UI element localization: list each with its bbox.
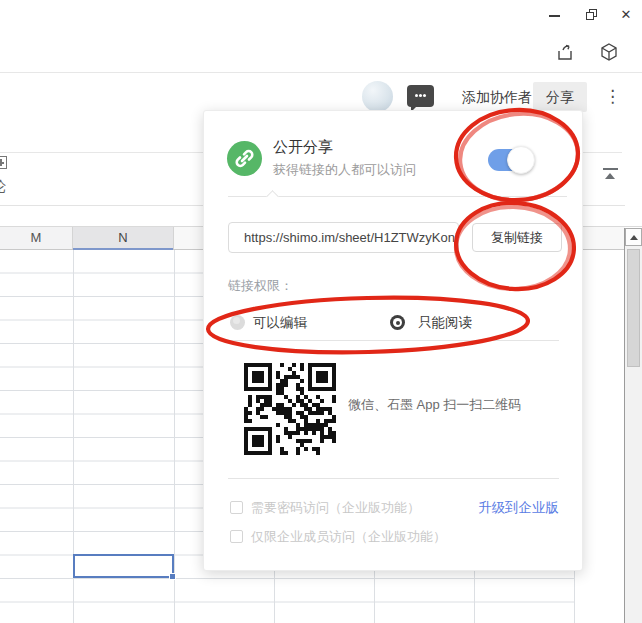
qr-caption: 微信、石墨 App 扫一扫二维码 bbox=[348, 396, 521, 414]
permission-radio-group: 可以编辑 只能阅读 bbox=[204, 315, 582, 331]
user-avatar[interactable] bbox=[362, 81, 393, 112]
radio-read-only[interactable] bbox=[390, 315, 405, 330]
minimize-button-icon[interactable] bbox=[546, 6, 564, 24]
divider-caret bbox=[266, 190, 279, 203]
qr-section-divider bbox=[228, 478, 559, 479]
qr-code bbox=[244, 363, 336, 455]
members-only-label: 仅限企业成员访问（企业版功能） bbox=[251, 529, 446, 545]
password-access-label: 需要密码访问（企业版功能） bbox=[251, 500, 420, 516]
scrollbar-thumb[interactable] bbox=[627, 249, 640, 367]
dialog-title: 公开分享 bbox=[273, 138, 333, 157]
comment-label-fragment[interactable]: 论 bbox=[0, 178, 6, 196]
link-permission-label: 链接权限： bbox=[228, 277, 293, 295]
restore-window-button-icon[interactable] bbox=[582, 6, 600, 24]
cube-icon[interactable] bbox=[599, 42, 619, 62]
scrollbar-up-arrow[interactable] bbox=[625, 228, 642, 246]
more-menu-icon[interactable]: ⋮ bbox=[604, 84, 620, 110]
dialog-subtitle: 获得链接的人都可以访问 bbox=[273, 161, 416, 179]
add-collaborator-button[interactable]: 添加协作者 bbox=[462, 82, 532, 112]
radio-read-only-label[interactable]: 只能阅读 bbox=[418, 315, 472, 331]
header-divider bbox=[228, 196, 567, 197]
collapse-toolbar-icon[interactable] bbox=[601, 165, 621, 185]
fill-handle[interactable] bbox=[169, 573, 176, 580]
insert-icon-fragment[interactable] bbox=[0, 156, 7, 169]
close-button-icon[interactable]: ✕ bbox=[617, 6, 635, 24]
export-share-icon[interactable] bbox=[555, 42, 575, 62]
radio-section-divider bbox=[228, 340, 559, 341]
copy-link-button[interactable]: 复制链接 bbox=[472, 223, 562, 252]
comments-icon[interactable] bbox=[407, 85, 434, 107]
column-header-m[interactable]: M bbox=[0, 227, 73, 249]
share-url-input[interactable]: https://shimo.im/sheet/H1ZTWzyKonUr bbox=[228, 222, 459, 253]
members-only-row: 仅限企业成员访问（企业版功能） bbox=[204, 529, 582, 545]
upgrade-enterprise-link[interactable]: 升级到企业版 bbox=[478, 500, 559, 516]
public-link-icon bbox=[227, 141, 262, 176]
public-share-toggle[interactable] bbox=[488, 149, 526, 171]
radio-can-edit-label[interactable]: 可以编辑 bbox=[253, 315, 307, 331]
toolbar-top-border bbox=[0, 72, 642, 73]
password-access-row: 需要密码访问（企业版功能） 升级到企业版 bbox=[204, 500, 582, 516]
password-access-checkbox[interactable] bbox=[230, 501, 243, 514]
members-only-checkbox[interactable] bbox=[230, 530, 243, 543]
share-dialog: 公开分享 获得链接的人都可以访问 https://shimo.im/sheet/… bbox=[203, 110, 583, 571]
column-header-n[interactable]: N bbox=[73, 227, 174, 249]
radio-can-edit[interactable] bbox=[230, 315, 245, 330]
selected-cell[interactable] bbox=[73, 554, 174, 578]
share-button[interactable]: 分享 bbox=[533, 82, 587, 112]
